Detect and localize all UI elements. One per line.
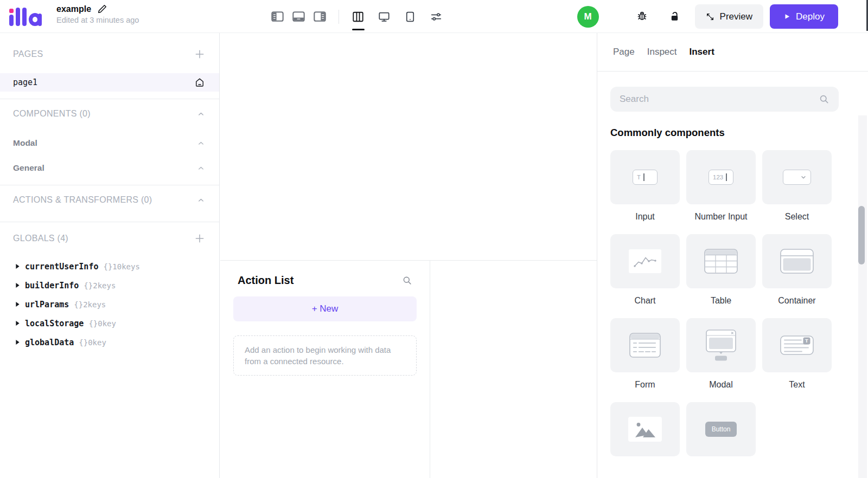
actions-section-header[interactable]: ACTIONS & TRANSFORMERS (0) — [0, 192, 219, 208]
bug-icon[interactable] — [636, 9, 649, 25]
component-label-input: Input — [635, 211, 655, 222]
component-card-modal[interactable] — [686, 318, 756, 372]
global-name: currentUserInfo — [25, 262, 98, 272]
group-label: General — [13, 163, 44, 173]
group-label: Modal — [13, 138, 37, 148]
top-bar: example Edited at 3 minutes ago M Previe… — [0, 0, 868, 33]
chevron-up-icon[interactable] — [197, 196, 205, 204]
global-item-urlParams[interactable]: urlParams{}2keys — [0, 295, 219, 314]
divider — [0, 99, 219, 99]
caret-right-icon[interactable] — [15, 339, 20, 345]
input-component-icon: T — [633, 170, 658, 185]
select-component-icon — [783, 170, 811, 185]
divider — [430, 261, 430, 478]
illa-logo[interactable] — [9, 7, 41, 26]
action-empty-hint: Add an action to begin working with data… — [233, 335, 417, 376]
caret-right-icon[interactable] — [15, 282, 20, 288]
caret-right-icon[interactable] — [15, 320, 20, 326]
component-card-input[interactable]: T — [610, 150, 680, 204]
component-card-button[interactable]: Button — [686, 402, 756, 456]
fit-canvas-icon[interactable] — [352, 9, 365, 25]
container-component-icon — [780, 249, 814, 274]
toolbar-right: M Preview Deploy — [577, 0, 838, 33]
app-name: example — [56, 4, 91, 14]
component-label-chart: Chart — [634, 295, 655, 306]
new-action-button[interactable]: + New — [233, 296, 417, 321]
tab-inspect[interactable]: Inspect — [647, 47, 677, 57]
edited-status: Edited at 3 minutes ago — [56, 16, 139, 24]
global-meta: {}10keys — [103, 262, 139, 271]
component-label-number-input: Number Input — [695, 211, 748, 222]
global-meta: {}0key — [79, 338, 106, 347]
actions-title: ACTIONS & TRANSFORMERS (0) — [13, 195, 152, 205]
chevron-up-icon[interactable] — [197, 139, 205, 147]
components-grid: TInput123Number InputSelectChartTableCon… — [610, 150, 832, 474]
panel-left-icon[interactable] — [271, 9, 284, 25]
home-icon[interactable] — [194, 77, 205, 88]
unlock-icon[interactable] — [668, 9, 681, 25]
logo-letter-a — [29, 13, 41, 26]
component-card-image[interactable] — [610, 402, 680, 456]
component-group-modal[interactable]: Modal — [0, 137, 219, 150]
pages-title: PAGES — [13, 49, 43, 59]
global-item-globalData[interactable]: globalData{}0key — [0, 333, 219, 352]
tablet-icon[interactable] — [404, 9, 417, 25]
component-card-select[interactable] — [762, 150, 832, 204]
view-mode-group — [352, 9, 443, 25]
global-name: urlParams — [25, 300, 69, 309]
add-page-icon[interactable] — [194, 49, 205, 60]
component-card-form[interactable] — [610, 318, 680, 372]
editor-canvas[interactable] — [220, 33, 597, 261]
component-search-input[interactable] — [620, 94, 819, 105]
component-card-container[interactable] — [762, 234, 832, 288]
component-cell-form: Form — [610, 318, 680, 390]
globals-list: currentUserInfo{}10keysbuilderInfo{}2key… — [0, 257, 219, 352]
search-icon — [819, 94, 829, 105]
component-card-number-input[interactable]: 123 — [686, 150, 756, 204]
global-item-currentUserInfo[interactable]: currentUserInfo{}10keys — [0, 257, 219, 276]
adjust-icon[interactable] — [430, 9, 443, 25]
page-item-page1[interactable]: page1 — [0, 73, 219, 92]
avatar[interactable]: M — [577, 6, 599, 28]
chevron-up-icon[interactable] — [197, 110, 205, 118]
global-name: localStorage — [25, 319, 84, 328]
caret-right-icon[interactable] — [15, 263, 20, 269]
divider — [0, 222, 219, 222]
panel-bottom-icon[interactable] — [292, 9, 305, 25]
global-item-builderInfo[interactable]: builderInfo{}2keys — [0, 276, 219, 295]
chevron-up-icon[interactable] — [197, 164, 205, 172]
global-name: builderInfo — [25, 281, 79, 290]
preview-button[interactable]: Preview — [695, 4, 763, 29]
component-card-chart[interactable] — [610, 234, 680, 288]
globals-section-header: GLOBALS (4) — [0, 231, 219, 246]
component-card-table[interactable] — [686, 234, 756, 288]
edit-title-pencil-icon[interactable] — [97, 4, 107, 14]
components-section-header[interactable]: COMPONENTS (0) — [0, 106, 219, 121]
deploy-button[interactable]: Deploy — [770, 4, 838, 29]
chart-component-icon — [629, 249, 661, 273]
pages-section-header: PAGES — [0, 47, 219, 62]
panel-right-icon[interactable] — [313, 9, 326, 25]
tab-insert[interactable]: Insert — [690, 47, 714, 57]
component-card-text[interactable]: T — [762, 318, 832, 372]
tab-page[interactable]: Page — [613, 47, 635, 57]
preview-label: Preview — [720, 11, 752, 22]
component-cell-number-input: 123Number Input — [686, 150, 756, 222]
right-panel-scroll-track[interactable] — [858, 115, 867, 478]
action-search-icon[interactable] — [402, 275, 412, 286]
number-input-component-icon: 123 — [709, 170, 733, 185]
caret-right-icon[interactable] — [15, 301, 20, 307]
action-list-title: Action List — [238, 274, 293, 287]
panel-toggle-group — [271, 9, 326, 25]
component-label-form: Form — [635, 379, 655, 390]
global-item-localStorage[interactable]: localStorage{}0key — [0, 314, 219, 333]
table-component-icon — [704, 249, 738, 274]
right-panel-scroll-thumb[interactable] — [858, 206, 865, 264]
image-component-icon — [628, 417, 662, 442]
add-global-icon[interactable] — [194, 233, 205, 244]
page-name: page1 — [13, 77, 37, 87]
component-group-general[interactable]: General — [0, 162, 219, 175]
component-cell-text: TText — [762, 318, 832, 390]
toolbar-center — [271, 0, 443, 33]
desktop-icon[interactable] — [378, 9, 391, 25]
